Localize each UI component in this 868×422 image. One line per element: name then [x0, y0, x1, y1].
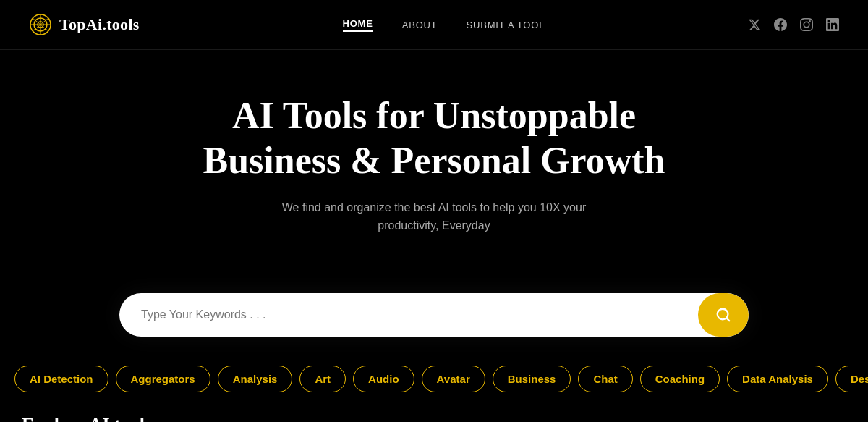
tag-ai-detection[interactable]: AI Detection [14, 366, 109, 392]
facebook-icon[interactable] [774, 18, 787, 31]
tag-business[interactable]: Business [493, 366, 571, 392]
svg-line-8 [726, 318, 729, 321]
logo-text: TopAi.tools [59, 15, 140, 34]
search-bar [119, 293, 749, 337]
tag-chat[interactable]: Chat [578, 366, 632, 392]
search-button[interactable] [698, 293, 749, 337]
tag-design[interactable]: Design [835, 366, 868, 392]
header: TopAi.tools HOME ABOUT SUBMIT A TOOL [0, 0, 868, 50]
search-section [0, 286, 868, 358]
social-links [748, 18, 839, 31]
nav-submit[interactable]: SUBMIT A TOOL [467, 20, 545, 30]
tag-data-analysis[interactable]: Data Analysis [727, 366, 828, 392]
tags-section: AI DetectionAggregatorsAnalysisArtAudioA… [0, 358, 868, 407]
tag-analysis[interactable]: Analysis [218, 366, 293, 392]
hero-section: AI Tools for Unstoppable Business & Pers… [0, 50, 868, 286]
hero-title: AI Tools for Unstoppable Business & Pers… [14, 93, 854, 184]
tag-coaching[interactable]: Coaching [640, 366, 720, 392]
tag-aggregators[interactable]: Aggregators [116, 366, 210, 392]
tag-audio[interactable]: Audio [353, 366, 414, 392]
nav-home[interactable]: HOME [343, 18, 373, 32]
tag-art[interactable]: Art [299, 366, 346, 392]
search-input[interactable] [119, 308, 698, 321]
explore-section: Explore AI tools [0, 407, 868, 422]
main-nav: HOME ABOUT SUBMIT A TOOL [343, 18, 545, 32]
search-icon [715, 307, 731, 323]
tag-avatar[interactable]: Avatar [422, 366, 485, 392]
logo[interactable]: TopAi.tools [29, 13, 140, 36]
explore-title: Explore AI tools [22, 414, 846, 422]
twitter-icon[interactable] [748, 18, 761, 31]
instagram-icon[interactable] [800, 18, 813, 31]
hero-subtitle: We find and organize the best AI tools t… [260, 198, 608, 235]
logo-icon [29, 13, 52, 36]
linkedin-icon[interactable] [826, 18, 839, 31]
nav-about[interactable]: ABOUT [402, 20, 438, 30]
